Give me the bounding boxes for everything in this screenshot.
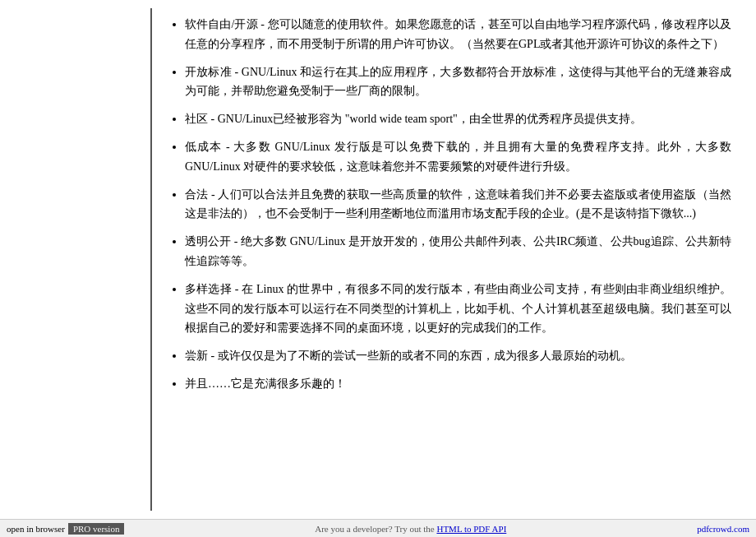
html-to-pdf-link[interactable]: HTML to PDF API bbox=[436, 524, 506, 534]
pro-version-label[interactable]: PRO version bbox=[68, 523, 125, 535]
list-item: 低成本 - 大多数 GNU/Linux 发行版是可以免费下载的，并且拥有大量的免… bbox=[185, 137, 731, 177]
list-item: 开放标准 - GNU/Linux 和运行在其上的应用程序，大多数都符合开放标准，… bbox=[185, 62, 731, 102]
list-item: 软件自由/开源 - 您可以随意的使用软件。如果您愿意的话，甚至可以自由地学习程序… bbox=[185, 15, 731, 54]
footer-right: pdfcrowd.com bbox=[697, 524, 749, 534]
list-item: 合法 - 人们可以合法并且免费的获取一些高质量的软件，这意味着我们并不必要去盗版… bbox=[185, 185, 731, 225]
list-item: 并且……它是充满很多乐趣的！ bbox=[185, 374, 731, 394]
footer-bar: open in browser PRO version Are you a de… bbox=[0, 519, 756, 537]
list-item: 透明公开 - 绝大多数 GNU/Linux 是开放开发的，使用公共邮件列表、公共… bbox=[185, 232, 731, 271]
list-item: 社区 - GNU/Linux已经被形容为 "world wide team sp… bbox=[185, 109, 731, 129]
list-item: 多样选择 - 在 Linux 的世界中，有很多不同的发行版本，有些由商业公司支持… bbox=[185, 280, 731, 338]
open-browser-label: open in browser bbox=[7, 524, 65, 534]
content-list: 软件自由/开源 - 您可以随意的使用软件。如果您愿意的话，甚至可以自由地学习程序… bbox=[168, 15, 731, 394]
pdfcrowd-link[interactable]: pdfcrowd.com bbox=[697, 524, 749, 534]
list-item: 尝新 - 或许仅仅是为了不断的尝试一些新的或者不同的东西，成为很多人最原始的动机… bbox=[185, 346, 731, 366]
footer-center-text: Are you a developer? Try out the bbox=[315, 524, 436, 534]
content-area: 软件自由/开源 - 您可以随意的使用软件。如果您愿意的话，甚至可以自由地学习程序… bbox=[152, 8, 756, 511]
main-content: 软件自由/开源 - 您可以随意的使用软件。如果您愿意的话，甚至可以自由地学习程序… bbox=[0, 0, 756, 519]
footer-center: Are you a developer? Try out the HTML to… bbox=[124, 524, 697, 534]
left-sidebar bbox=[0, 8, 152, 511]
footer-left: open in browser PRO version bbox=[7, 523, 124, 535]
